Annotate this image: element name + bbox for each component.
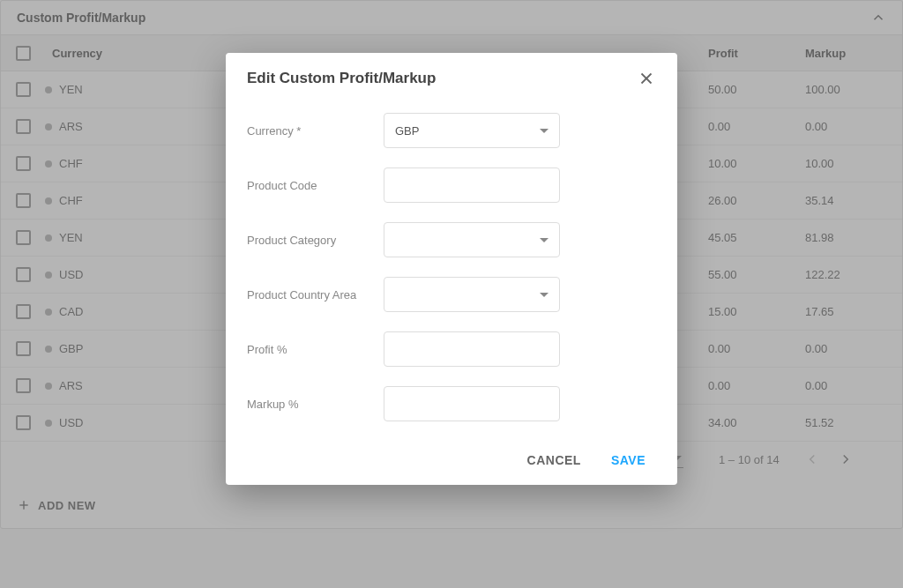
chevron-down-icon	[540, 238, 549, 242]
markup-pct-input[interactable]	[384, 386, 560, 421]
modal-overlay: Edit Custom Profit/Markup Currency * GBP…	[0, 0, 903, 588]
currency-label: Currency *	[247, 124, 384, 138]
currency-select[interactable]: GBP	[384, 113, 560, 148]
product-code-input[interactable]	[384, 167, 560, 203]
product-code-label: Product Code	[247, 179, 384, 192]
profit-pct-label: Profit %	[247, 343, 384, 356]
product-category-select[interactable]	[384, 222, 560, 257]
save-button[interactable]: SAVE	[611, 453, 646, 467]
currency-value: GBP	[395, 124, 419, 138]
markup-pct-label: Markup %	[247, 398, 384, 411]
modal-title: Edit Custom Profit/Markup	[247, 70, 436, 87]
close-icon[interactable]	[637, 69, 656, 88]
product-category-label: Product Category	[247, 234, 384, 247]
product-country-area-select[interactable]	[384, 277, 560, 312]
profit-pct-input[interactable]	[384, 331, 560, 367]
chevron-down-icon	[540, 129, 549, 133]
chevron-down-icon	[540, 293, 549, 297]
product-country-area-label: Product Country Area	[247, 288, 384, 301]
edit-modal: Edit Custom Profit/Markup Currency * GBP…	[226, 53, 677, 485]
cancel-button[interactable]: CANCEL	[527, 453, 581, 467]
